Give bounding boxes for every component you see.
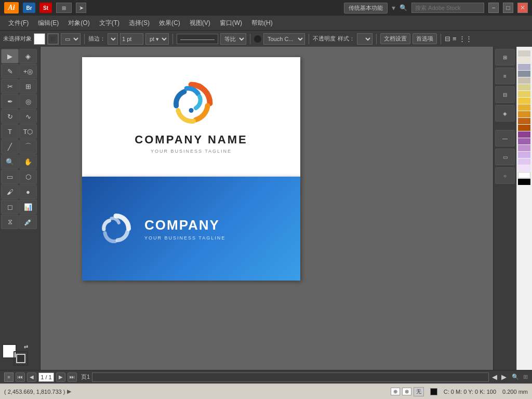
paintbrush-tool[interactable]: 🖌 (1, 184, 19, 199)
stock-logo[interactable]: St (39, 3, 52, 13)
ai-logo[interactable]: Ai (4, 2, 19, 14)
page-menu-btn[interactable]: ≡ (4, 373, 14, 382)
polygon-tool[interactable]: ⬡ (19, 169, 37, 184)
rect-tool[interactable]: ▭ (1, 169, 19, 184)
color-mode-icon[interactable]: ⊗ (402, 388, 411, 395)
first-page-btn[interactable]: ⏮ (16, 373, 25, 382)
menu-window[interactable]: 窗口(W) (216, 18, 246, 29)
blob-brush-tool[interactable]: ● (19, 184, 37, 199)
panel-grid-btn[interactable]: ⊞ (495, 49, 515, 65)
stroke-type-select[interactable]: — (108, 33, 118, 45)
touch-select[interactable]: Touch C... (263, 33, 305, 45)
swatch-18[interactable] (518, 165, 530, 171)
swatch-17[interactable] (518, 158, 530, 165)
swatch-14[interactable] (518, 138, 530, 144)
type-tool[interactable]: T (1, 124, 19, 139)
swatch-2[interactable] (518, 57, 530, 63)
align-icon[interactable]: ≡ (453, 35, 457, 43)
swatch-4[interactable] (518, 71, 530, 77)
panel-align-btn[interactable]: ≡ (495, 68, 515, 84)
swatch-1[interactable] (518, 50, 530, 57)
nav-arrow-right[interactable]: ▶ (501, 373, 507, 381)
swatch-3[interactable] (518, 64, 530, 70)
prev-page-btn[interactable]: ◀ (27, 373, 36, 382)
pencil-tool[interactable]: ✒ (1, 94, 19, 109)
panel-stroke-btn[interactable]: — (495, 130, 515, 147)
stroke-style-select[interactable]: ▭○ (61, 33, 81, 45)
chart-tool[interactable]: 📊 (19, 200, 37, 214)
area-type-tool[interactable]: T⬡ (19, 124, 37, 139)
menu-edit[interactable]: 编辑(E) (34, 18, 63, 29)
stroke-width-input[interactable] (120, 33, 143, 45)
warp-tool[interactable]: ∿ (19, 109, 37, 124)
next-page-btn[interactable]: ▶ (56, 373, 65, 382)
menu-effect[interactable]: 效果(C) (155, 18, 184, 29)
swatch-13[interactable] (518, 131, 530, 138)
rotate-tool[interactable]: ↻ (1, 109, 19, 124)
search-input[interactable] (411, 3, 484, 13)
swatch-16[interactable] (518, 152, 530, 158)
pen-tool[interactable]: ✎ (1, 64, 19, 78)
swatch-10[interactable] (518, 111, 530, 117)
direct-select-tool[interactable]: ◈ (19, 49, 37, 63)
company-tagline-white: YOUR BUSINESS TAGLINE (151, 149, 232, 154)
workspace-button[interactable]: 传统基本功能 (344, 3, 388, 14)
zoom-tool[interactable]: 🔍 (1, 154, 19, 169)
color-icon[interactable]: ⊕ (391, 388, 400, 395)
panel-pathfinder-btn[interactable]: ◈ (495, 105, 515, 122)
eyedropper-tool[interactable]: 💉 (19, 215, 37, 229)
stroke-color-box[interactable] (47, 33, 59, 45)
add-anchor-tool[interactable]: +◎ (19, 64, 37, 78)
close-button[interactable]: ✕ (517, 3, 528, 13)
style-select[interactable] (357, 33, 373, 45)
swatch-6[interactable] (518, 84, 530, 90)
layout-btn[interactable]: ⊞ (56, 3, 72, 13)
fill-color-box[interactable] (34, 33, 45, 45)
swatch-7[interactable] (518, 91, 530, 97)
swatch-5[interactable] (518, 77, 530, 84)
panel-transform-btn[interactable]: ⊟ (495, 86, 515, 103)
blend-tool[interactable]: ⧖ (1, 215, 19, 229)
page-input[interactable]: 1 / 1 (38, 373, 54, 382)
maximize-button[interactable]: □ (503, 3, 513, 13)
swatch-9[interactable] (518, 104, 530, 111)
hand-tool[interactable]: ✋ (19, 154, 37, 169)
swatch-8[interactable] (518, 98, 530, 104)
menu-file[interactable]: 文件(F) (4, 18, 33, 29)
options-icon[interactable]: ⋮⋮ (459, 35, 472, 43)
swatch-12[interactable] (518, 125, 530, 131)
bridge-logo[interactable]: Br (23, 3, 35, 13)
pt-unit-select[interactable]: pt ▾ (145, 33, 169, 45)
select-tool[interactable]: ▶ (1, 49, 19, 63)
eraser-tool[interactable]: ◻ (1, 200, 19, 214)
arrow-btn[interactable]: ➤ (76, 3, 86, 13)
menu-text[interactable]: 文字(T) (95, 18, 124, 29)
swap-colors-icon[interactable]: ⇄ (24, 344, 28, 350)
arrange-icon[interactable]: ⊟ (445, 35, 450, 43)
doc-setup-button[interactable]: 文档设置 (380, 33, 410, 44)
preferences-button[interactable]: 首选项 (413, 33, 437, 44)
swatch-11[interactable] (518, 118, 530, 124)
line-style-box[interactable]: —————— (177, 34, 218, 44)
swatch-15[interactable] (518, 145, 530, 151)
ellipse-tool[interactable]: ◎ (19, 94, 37, 109)
menu-select[interactable]: 选择(S) (125, 18, 154, 29)
minimize-button[interactable]: − (488, 3, 499, 13)
grid-tool[interactable]: ⊞ (19, 79, 37, 94)
ratio-select[interactable]: 等比 (220, 33, 246, 45)
line-tool[interactable]: ╱ (1, 139, 19, 154)
scissors-tool[interactable]: ✂ (1, 79, 19, 94)
menu-view[interactable]: 视图(V) (185, 18, 215, 29)
menu-help[interactable]: 帮助(H) (247, 18, 277, 29)
swatch-black[interactable] (518, 179, 530, 185)
fill-circle[interactable] (254, 35, 261, 43)
stroke-box[interactable] (14, 351, 28, 366)
panel-circle-btn[interactable]: ○ (495, 167, 515, 184)
nav-arrow-left[interactable]: ◀ (492, 373, 497, 381)
page-slider[interactable] (92, 373, 489, 382)
panel-rect-btn[interactable]: ▭ (495, 149, 515, 165)
menu-object[interactable]: 对象(O) (64, 18, 94, 29)
last-page-btn[interactable]: ⏭ (68, 373, 77, 382)
arc-tool[interactable]: ⌒ (19, 139, 37, 154)
swatch-white[interactable] (518, 172, 530, 178)
